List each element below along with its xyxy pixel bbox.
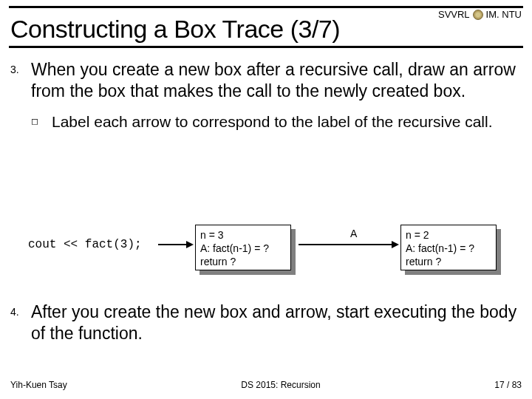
arrow-line-2 xyxy=(299,244,393,245)
arrow-head-1-icon xyxy=(186,241,194,248)
org-left: SVVRL xyxy=(438,9,470,20)
trace-box-2: n = 2 A: fact(n-1) = ? return ? xyxy=(400,225,497,270)
box2-line2: A: fact(n-1) = ? xyxy=(406,242,491,255)
arrow-label: A xyxy=(350,228,357,239)
org-right: IM. NTU xyxy=(486,9,522,20)
box1-line3: return ? xyxy=(200,255,286,268)
footer-course: DS 2015: Recursion xyxy=(241,380,320,390)
ntu-logo-icon xyxy=(473,10,483,20)
sub-text: Label each arrow to correspond to the la… xyxy=(52,112,522,132)
header-top-rule xyxy=(9,6,523,8)
footer: Yih-Kuen Tsay DS 2015: Recursion 17 / 83 xyxy=(10,380,522,390)
trace-box-1: n = 3 A: fact(n-1) = ? return ? xyxy=(195,225,291,270)
list-item-4: 4. After you create the new box and arro… xyxy=(10,301,522,344)
slide-title: Constructing a Box Trace (3/7) xyxy=(10,15,340,44)
list-item-4-wrap: 4. After you create the new box and arro… xyxy=(10,301,522,355)
title-underline xyxy=(9,46,523,48)
box-trace-diagram: cout << fact(3); n = 3 A: fact(n-1) = ? … xyxy=(10,220,522,287)
header-affiliation: SVVRL IM. NTU xyxy=(438,9,522,20)
sub-marker-icon: ◻ xyxy=(31,112,52,132)
arrow-head-2-icon xyxy=(392,241,399,248)
box1-line2: A: fact(n-1) = ? xyxy=(200,242,286,255)
footer-author: Yih-Kuen Tsay xyxy=(10,380,67,390)
arrow-line-1 xyxy=(158,244,188,245)
list-item-3: 3. When you create a new box after a rec… xyxy=(10,59,522,102)
box2-line1: n = 2 xyxy=(406,228,491,242)
box-content: n = 2 A: fact(n-1) = ? return ? xyxy=(400,225,497,270)
box1-line1: n = 3 xyxy=(200,228,286,242)
list-number: 4. xyxy=(10,301,31,344)
code-snippet: cout << fact(3); xyxy=(28,238,142,251)
list-number: 3. xyxy=(10,59,31,102)
footer-page: 17 / 83 xyxy=(494,380,522,390)
list-text: After you create the new box and arrow, … xyxy=(31,301,522,344)
sub-list-item: ◻ Label each arrow to correspond to the … xyxy=(31,112,522,132)
box2-line3: return ? xyxy=(406,255,491,268)
content-area: 3. When you create a new box after a rec… xyxy=(10,59,522,132)
list-text: When you create a new box after a recurs… xyxy=(31,59,522,102)
box-content: n = 3 A: fact(n-1) = ? return ? xyxy=(195,225,291,270)
